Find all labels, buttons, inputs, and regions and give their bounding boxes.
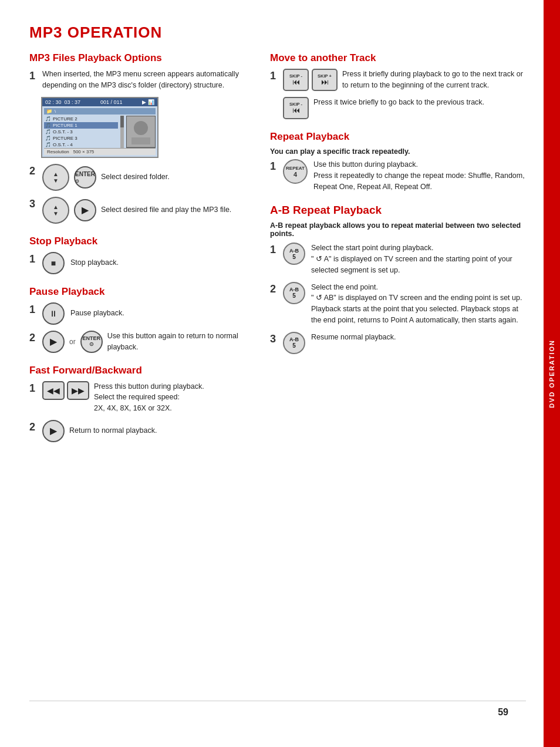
step-number: 2 [29, 332, 38, 344]
ab-step3-text: Resume normal playback. [311, 332, 396, 343]
section-mp3-files-title: MP3 Files Playback Options [29, 52, 252, 64]
screen-file-row: 🎵O.S.T. - 3 [44, 129, 118, 135]
mp3-screen-mockup: 02 : 30 03 : 37 001 / 011 ▶ 📊 📁 \ [41, 97, 158, 158]
rewind-button[interactable]: ◀◀ [42, 381, 65, 400]
skip-prev-button-2[interactable]: SKIP - ⏮ [283, 97, 309, 119]
section-move-track-title: Move to another Track [270, 52, 526, 64]
ab-button-3[interactable]: A-B 5 [283, 332, 305, 354]
screen-file-row: 🎵PICTURE 2 [44, 116, 118, 122]
step2-text: Select desired folder. [101, 171, 170, 183]
svg-rect-2 [131, 137, 150, 144]
repeat-step1-text: Use this button during playback.Press it… [313, 159, 526, 192]
step-number: 2 [29, 165, 38, 177]
ff-step2-text: Return to normal playback. [69, 425, 157, 436]
step-number: 3 [29, 198, 38, 210]
skip-prev-button[interactable]: SKIP - ⏮ [283, 69, 309, 91]
svg-point-1 [134, 121, 148, 135]
page-title: MP3 OPERATION [29, 23, 526, 42]
screen-icon: ▶ 📊 [142, 99, 154, 105]
step-number: 1 [29, 304, 38, 316]
step-text: When inserted, the MP3 menu screen appea… [42, 69, 252, 91]
ab-button-2[interactable]: A-B 5 [283, 282, 305, 304]
section-pause-title: Pause Playback [29, 286, 252, 298]
section-ab-title: A-B Repeat Playback [270, 204, 526, 217]
ab-button-1[interactable]: A-B 5 [283, 243, 305, 265]
play-button-ff[interactable]: ▶ [42, 420, 65, 442]
step-number: 1 [270, 160, 278, 173]
side-tab-label: DVD OPERATION [548, 339, 555, 408]
step-number: 1 [270, 70, 278, 82]
step-number: 2 [270, 283, 278, 295]
screen-file-row: 🎵PICTURE 3 [44, 135, 118, 142]
step-number [270, 98, 278, 110]
step-number: 1 [270, 244, 278, 256]
enter-button-2[interactable]: ENTER⊙ [80, 331, 103, 353]
screen-time: 02 : 30 03 : 37 [45, 99, 80, 105]
pause-button[interactable]: ⏸ [42, 302, 65, 325]
step-number: 2 [29, 421, 38, 433]
pause-text: Pause playback. [70, 308, 124, 319]
screen-track: 001 / 011 [100, 99, 123, 105]
page-number: 59 [29, 701, 526, 724]
screen-folder-icon: 📁 [46, 109, 52, 114]
ab-step1-text: Select the start point during playback."… [311, 243, 526, 275]
section-ff-title: Fast Forward/Backward [29, 365, 252, 376]
or-text: or [69, 338, 76, 346]
screen-thumbnail [126, 116, 156, 148]
fastforward-button[interactable]: ▶▶ [67, 381, 89, 400]
ab-subtitle: A-B repeat playback allows you to repeat… [270, 221, 526, 238]
step-number: 1 [29, 382, 38, 395]
skip-btn-pair: SKIP - ⏮ SKIP + ⏭ [283, 69, 338, 91]
repeat-button[interactable]: REPEAT 4 [283, 159, 308, 184]
ff-btn-pair: ◀◀ ▶▶ [42, 381, 89, 400]
repeat-subtitle: You can play a specific track repeatedly… [270, 147, 526, 156]
ab-step2-text: Select the end point." ↺ AB" is displaye… [311, 282, 526, 326]
step3-text: Select desired file and play the MP3 fil… [101, 204, 231, 216]
stop-button[interactable]: ■ [42, 252, 65, 274]
stop-text: Stop playback. [70, 257, 119, 268]
nav-button[interactable]: ▲ ▼ [42, 164, 69, 191]
screen-resolution: Resolution 500 × 375 [44, 148, 156, 155]
step-number: 1 [29, 253, 38, 265]
side-tab: DVD OPERATION [544, 0, 560, 747]
step-number: 1 [29, 70, 38, 82]
screen-file-row: 🎵O.S.T. - 4 [44, 142, 118, 148]
screen-file-row: 🎵PICTURE 1 [44, 122, 118, 129]
nav-button-3[interactable]: ▲ ▼ [42, 197, 69, 224]
enter-button[interactable]: ENTER⊙ [74, 166, 96, 189]
play-button-3[interactable]: ▶ [74, 199, 96, 221]
move-track-step1-text: Press it briefly during playback to go t… [342, 69, 526, 91]
screen-folder-path: \ [55, 109, 56, 114]
pause-step2-text: Use this button again to return to norma… [107, 331, 252, 353]
move-track-step2-text: Press it twice briefly to go back to the… [313, 97, 484, 108]
skip-next-button[interactable]: SKIP + ⏭ [312, 69, 338, 91]
step-number: 3 [270, 333, 278, 345]
section-stop-title: Stop Playback [29, 235, 252, 247]
play-button[interactable]: ▶ [42, 331, 65, 353]
section-repeat-title: Repeat Playback [270, 131, 526, 143]
ff-step1-text: Press this button during playback.Select… [94, 381, 204, 414]
